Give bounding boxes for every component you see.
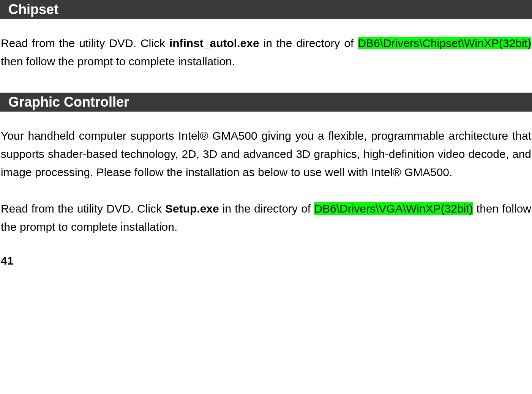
graphic-text-mid: in the directory of <box>219 202 314 215</box>
graphic-text-prefix: Read from the utility DVD. Click <box>1 202 165 215</box>
page-number: 41 <box>0 254 532 267</box>
chipset-paragraph: Read from the utility DVD. Click infinst… <box>0 34 532 71</box>
graphic-executable: Setup.exe <box>165 202 219 215</box>
graphic-title: Graphic Controller <box>8 94 129 110</box>
page-number-text: 41 <box>1 254 13 267</box>
chipset-section-header: Chipset <box>0 0 532 19</box>
chipset-text-prefix: Read from the utility DVD. Click <box>1 37 169 49</box>
chipset-path-highlight: DB6\Drivers\Chipset\WinXP(32bit) <box>358 37 531 49</box>
chipset-text-mid: in the directory of <box>259 37 358 49</box>
graphic-install-paragraph: Read from the utility DVD. Click Setup.e… <box>0 200 532 236</box>
chipset-text-suffix: then follow the prompt to complete insta… <box>1 55 235 68</box>
chipset-executable: infinst_autol.exe <box>169 37 259 49</box>
chipset-title: Chipset <box>8 2 58 17</box>
graphic-section-header: Graphic Controller <box>0 93 532 112</box>
graphic-path-highlight: DB6\Drivers\VGA\WinXP(32bit) <box>314 202 473 215</box>
graphic-intro-paragraph: Your handheld computer supports Intel® G… <box>0 127 532 181</box>
graphic-intro-text: Your handheld computer supports Intel® G… <box>1 129 531 178</box>
